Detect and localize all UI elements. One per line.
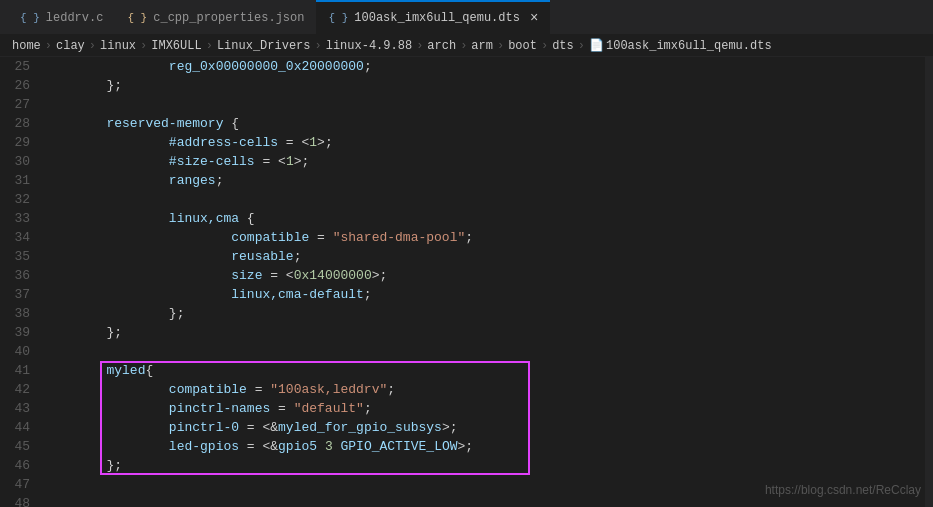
code-line-40: [44, 342, 925, 361]
tab-dts[interactable]: { } 100ask_imx6ull_qemu.dts ×: [316, 0, 550, 35]
ln-35: 35: [4, 247, 30, 266]
breadcrumb-arch[interactable]: arch: [427, 39, 456, 53]
code-line-42: compatible = "100ask,leddrv";: [44, 380, 925, 399]
breadcrumb-sep-10: ›: [578, 39, 585, 53]
scrollbar[interactable]: [925, 57, 933, 507]
breadcrumb-boot[interactable]: boot: [508, 39, 537, 53]
code-line-33: linux,cma {: [44, 209, 925, 228]
tab-dts-close-icon[interactable]: ×: [530, 10, 538, 26]
ln-27: 27: [4, 95, 30, 114]
code-area: 25 26 27 28 29 30 31 32 33 34 35 36 37 3…: [0, 57, 933, 507]
breadcrumb-linux[interactable]: linux: [100, 39, 136, 53]
ln-31: 31: [4, 171, 30, 190]
code-line-41: myled{: [44, 361, 925, 380]
code-lines: reg_0x00000000_0x20000000; }; reserved-m…: [40, 57, 925, 507]
code-line-28: reserved-memory {: [44, 114, 925, 133]
tab-c-cpp[interactable]: { } c_cpp_properties.json: [115, 0, 316, 35]
ln-33: 33: [4, 209, 30, 228]
ln-44: 44: [4, 418, 30, 437]
breadcrumb-sep-3: ›: [140, 39, 147, 53]
tab-c-cpp-label: c_cpp_properties.json: [153, 11, 304, 25]
code-line-38: };: [44, 304, 925, 323]
breadcrumb-sep-6: ›: [416, 39, 423, 53]
ln-32: 32: [4, 190, 30, 209]
code-line-36: size = <0x14000000>;: [44, 266, 925, 285]
ln-30: 30: [4, 152, 30, 171]
code-line-26: };: [44, 76, 925, 95]
code-line-27: [44, 95, 925, 114]
ln-37: 37: [4, 285, 30, 304]
breadcrumb-sep-9: ›: [541, 39, 548, 53]
tab-dts-icon: { }: [328, 12, 348, 24]
tab-dts-label: 100ask_imx6ull_qemu.dts: [354, 11, 520, 25]
breadcrumb-filename[interactable]: 100ask_imx6ull_qemu.dts: [606, 39, 772, 53]
code-line-32: [44, 190, 925, 209]
breadcrumb-kernel[interactable]: linux-4.9.88: [326, 39, 412, 53]
tab-leddrv-label: leddrv.c: [46, 11, 104, 25]
breadcrumb-sep-8: ›: [497, 39, 504, 53]
breadcrumb-home[interactable]: home: [12, 39, 41, 53]
ln-46: 46: [4, 456, 30, 475]
ln-26: 26: [4, 76, 30, 95]
breadcrumb-sep-4: ›: [206, 39, 213, 53]
breadcrumb-sep-2: ›: [89, 39, 96, 53]
code-line-25: reg_0x00000000_0x20000000;: [44, 57, 925, 76]
ln-34: 34: [4, 228, 30, 247]
code-line-30: #size-cells = <1>;: [44, 152, 925, 171]
code-line-25-indent: [44, 57, 169, 76]
breadcrumb: home › clay › linux › IMX6ULL › Linux_Dr…: [0, 35, 933, 57]
ln-29: 29: [4, 133, 30, 152]
breadcrumb-drivers[interactable]: Linux_Drivers: [217, 39, 311, 53]
breadcrumb-imx6ull[interactable]: IMX6ULL: [151, 39, 201, 53]
code-line-43: pinctrl-names = "default";: [44, 399, 925, 418]
ln-48: 48: [4, 494, 30, 507]
tab-leddrv-icon: { }: [20, 12, 40, 24]
breadcrumb-sep-7: ›: [460, 39, 467, 53]
code-line-35: reusable;: [44, 247, 925, 266]
code-line-39: };: [44, 323, 925, 342]
ln-45: 45: [4, 437, 30, 456]
ln-25: 25: [4, 57, 30, 76]
code-line-25-text: reg_0x00000000_0x20000000: [169, 57, 364, 76]
code-line-29: #address-cells = <1>;: [44, 133, 925, 152]
ln-28: 28: [4, 114, 30, 133]
ln-39: 39: [4, 323, 30, 342]
ln-42: 42: [4, 380, 30, 399]
title-bar: { } leddrv.c { } c_cpp_properties.json {…: [0, 0, 933, 35]
line-numbers: 25 26 27 28 29 30 31 32 33 34 35 36 37 3…: [0, 57, 40, 507]
ln-41: 41: [4, 361, 30, 380]
breadcrumb-clay[interactable]: clay: [56, 39, 85, 53]
code-line-45: led-gpios = <&gpio5 3 GPIO_ACTIVE_LOW>;: [44, 437, 925, 456]
breadcrumb-arm[interactable]: arm: [471, 39, 493, 53]
code-line-46: };: [44, 456, 925, 475]
ln-38: 38: [4, 304, 30, 323]
tab-c-cpp-icon: { }: [127, 12, 147, 24]
code-line-31: ranges;: [44, 171, 925, 190]
breadcrumb-dts[interactable]: dts: [552, 39, 574, 53]
ln-40: 40: [4, 342, 30, 361]
breadcrumb-sep-1: ›: [45, 39, 52, 53]
ln-47: 47: [4, 475, 30, 494]
tab-leddrv[interactable]: { } leddrv.c: [8, 0, 115, 35]
code-line-34: compatible = "shared-dma-pool";: [44, 228, 925, 247]
breadcrumb-sep-5: ›: [315, 39, 322, 53]
breadcrumb-file-icon: 📄: [589, 38, 604, 53]
code-line-44: pinctrl-0 = <&myled_for_gpio_subsys>;: [44, 418, 925, 437]
ln-36: 36: [4, 266, 30, 285]
watermark: https://blog.csdn.net/ReCclay: [765, 483, 921, 497]
ln-43: 43: [4, 399, 30, 418]
code-line-37: linux,cma-default;: [44, 285, 925, 304]
